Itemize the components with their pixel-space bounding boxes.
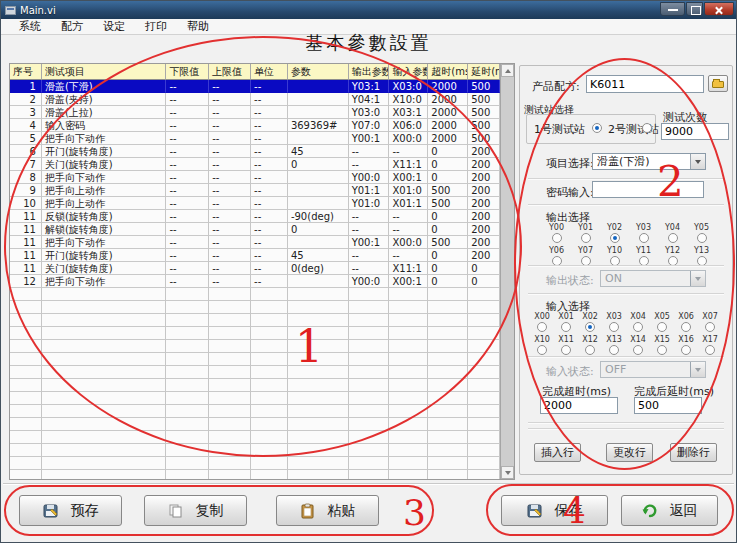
table-row[interactable]: 11把手向下动作------Y00:1X00:0500200 [10,236,500,249]
output-radio-Y00[interactable] [552,233,562,243]
input-radio-X10[interactable] [537,345,547,355]
table-cell [209,470,251,479]
table-empty-row[interactable] [10,392,500,405]
table-empty-row[interactable] [10,288,500,301]
output-radio-Y03[interactable] [639,233,649,243]
input-radio-X17[interactable] [705,345,715,355]
open-recipe-button[interactable] [708,75,728,92]
input-radio-X11[interactable] [561,345,571,355]
table-row[interactable]: 6开门(旋转角度)------45----0200 [10,145,500,158]
input-radio-X12[interactable] [585,345,595,355]
folder-icon [712,81,724,88]
scroll-up-icon[interactable] [501,64,514,77]
table-row[interactable]: 11解锁(旋转角度)------0----0200 [10,223,500,236]
separator [528,422,724,424]
input-radio-X00[interactable] [537,322,547,332]
output-radio-Y02[interactable] [610,233,620,243]
recipe-input[interactable] [586,75,704,93]
input-radio-X14[interactable] [633,345,643,355]
table-row[interactable]: 2滑盖(夹持)------Y04:1X10:02000500 [10,93,500,106]
input-radio-X03[interactable] [609,322,619,332]
chevron-down-icon[interactable] [690,154,705,169]
input-state-value: OFF [605,363,626,376]
test-count-input[interactable] [661,123,729,140]
table-cell: -- [251,80,288,93]
presave-button[interactable]: 预存 [19,495,122,526]
table-empty-row[interactable] [10,314,500,327]
input-radio-X02[interactable] [585,322,595,332]
table-row[interactable]: 9把手向上动作------Y01:1X01:0500200 [10,184,500,197]
insert-row-button[interactable]: 插入行 [534,443,581,462]
table-cell: X00:1 [389,275,428,288]
table-row[interactable]: 11关门(旋转角度)------0(deg)--X11:100 [10,262,500,275]
table-empty-row[interactable] [10,470,500,479]
minimize-button[interactable] [660,2,685,16]
table-empty-row[interactable] [10,405,500,418]
table-empty-row[interactable] [10,457,500,470]
after-delay-input[interactable] [634,397,702,414]
table-empty-row[interactable] [10,366,500,379]
table-row[interactable]: 3滑盖(上拉)------Y03:0X03:12000500 [10,106,500,119]
table-row[interactable]: 4输入密码------369369#Y07:0X06:02000500 [10,119,500,132]
scroll-down-icon[interactable] [501,466,514,479]
output-radio-Y01[interactable] [581,233,591,243]
table-empty-row[interactable] [10,379,500,392]
input-radio-X06[interactable] [681,322,691,332]
input-option-X15: X15 [650,335,674,355]
annotation-number-3: 3 [403,495,426,531]
output-label: Y04 [665,223,680,232]
delete-row-button[interactable]: 删除行 [670,443,717,462]
table-cell [209,301,251,314]
table-row[interactable]: 10把手向上动作------Y01:0X01:1500200 [10,197,500,210]
close-button[interactable] [704,2,734,16]
input-radio-X15[interactable] [657,345,667,355]
output-radio-Y04[interactable] [668,233,678,243]
table-row[interactable]: 5把手向下动作------Y00:1X00:02000500 [10,132,500,145]
input-radio-X16[interactable] [681,345,691,355]
copy-button[interactable]: 复制 [144,495,247,526]
save-button[interactable]: 保存 [501,495,608,526]
maximize-button[interactable] [686,2,703,16]
input-radio-X05[interactable] [657,322,667,332]
back-button[interactable]: 返回 [621,495,718,526]
table-row[interactable]: 12把手向下动作------Y00:0X00:100 [10,275,500,288]
table-cell: 滑盖(上拉) [42,106,166,119]
station1-radio[interactable] [592,123,602,133]
input-state-combo[interactable]: OFF [600,361,706,378]
table-empty-row[interactable] [10,327,500,340]
table-empty-row[interactable] [10,301,500,314]
table-cell: 输入密码 [42,119,166,132]
table-cell [166,314,209,327]
table-empty-row[interactable] [10,418,500,431]
output-radio-Y05[interactable] [697,233,707,243]
table-empty-row[interactable] [10,444,500,457]
input-radio-X04[interactable] [633,322,643,332]
table-scrollbar[interactable] [500,64,514,479]
table-empty-row[interactable] [10,353,500,366]
input-radio-X13[interactable] [609,345,619,355]
output-state-combo[interactable]: ON [600,270,706,287]
table-cell: -- [349,145,390,158]
table-row[interactable]: 11开门(旋转角度)------45----0200 [10,249,500,262]
table-empty-row[interactable] [10,340,500,353]
station2-radio[interactable] [642,123,652,133]
table-cell: 开门(旋转角度) [42,249,166,262]
table-row[interactable]: 7关门(旋转角度)------0--X11:10200 [10,158,500,171]
table-row[interactable]: 8把手向下动作------Y00:0X00:10200 [10,171,500,184]
input-radio-X01[interactable] [561,322,571,332]
item-select-combo[interactable]: 滑盖(下滑) [592,153,706,170]
output-label: Y00 [549,223,564,232]
paste-button[interactable]: 粘贴 [276,495,379,526]
table-row[interactable]: 1滑盖(下滑)------Y03:1X03:02000500 [10,80,500,93]
table-cell [10,314,42,327]
table-empty-row[interactable] [10,431,500,444]
timeout-input[interactable] [540,397,618,414]
test-steps-table[interactable]: 序号测试项目下限值上限值单位参数输出参数输入参数超时(ms)延时(ms)1滑盖(… [9,63,515,480]
table-row[interactable]: 11反锁(旋转角度)-------90(deg)----0200 [10,210,500,223]
table-cell [10,470,42,479]
input-radio-X07[interactable] [705,322,715,332]
password-input[interactable] [592,181,704,198]
title-bar: Main.vi [1,1,736,19]
change-row-button[interactable]: 更改行 [606,443,653,462]
table-cell [389,288,428,301]
